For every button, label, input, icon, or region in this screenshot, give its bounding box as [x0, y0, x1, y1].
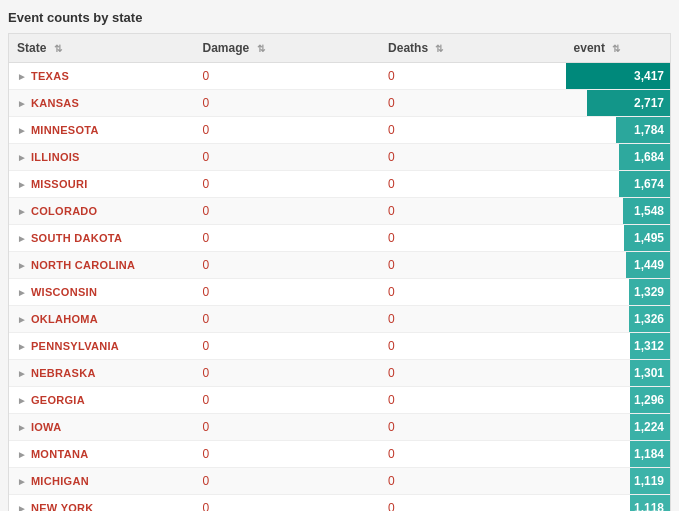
cell-damage: 0: [195, 333, 381, 360]
table-row[interactable]: ►MISSOURI00 1,674: [9, 171, 670, 198]
table-body: ►TEXAS00 3,417 ►KANSAS00 2,717 ►MINNESOT…: [9, 63, 670, 512]
event-value: 1,784: [634, 123, 664, 137]
expand-icon[interactable]: ►: [17, 341, 27, 352]
table-row[interactable]: ►PENNSYLVANIA00 1,312: [9, 333, 670, 360]
event-bar-container: 1,118: [566, 495, 670, 511]
event-bar: 1,684: [619, 144, 670, 170]
event-bar-container: 1,329: [566, 279, 670, 305]
cell-damage: 0: [195, 495, 381, 512]
state-name: MISSOURI: [31, 178, 88, 190]
table-header-row: State ⇅ Damage ⇅ Deaths ⇅ event ⇅: [9, 34, 670, 63]
col-header-damage[interactable]: Damage ⇅: [195, 34, 381, 63]
table-row[interactable]: ►SOUTH DAKOTA00 1,495: [9, 225, 670, 252]
table-row[interactable]: ►NORTH CAROLINA00 1,449: [9, 252, 670, 279]
state-name: ILLINOIS: [31, 151, 80, 163]
event-bar-container: 2,717: [566, 90, 670, 116]
event-value: 3,417: [634, 69, 664, 83]
cell-state: ►MISSOURI: [9, 171, 195, 198]
cell-deaths: 0: [380, 468, 566, 495]
event-bar-container: 1,184: [566, 441, 670, 467]
table-row[interactable]: ►GEORGIA00 1,296: [9, 387, 670, 414]
cell-state: ►PENNSYLVANIA: [9, 333, 195, 360]
expand-icon[interactable]: ►: [17, 314, 27, 325]
cell-damage: 0: [195, 90, 381, 117]
state-name: WISCONSIN: [31, 286, 97, 298]
expand-icon[interactable]: ►: [17, 71, 27, 82]
cell-event: 1,224: [566, 414, 670, 441]
state-name: MICHIGAN: [31, 475, 89, 487]
cell-state: ►SOUTH DAKOTA: [9, 225, 195, 252]
cell-damage: 0: [195, 225, 381, 252]
table-row[interactable]: ►COLORADO00 1,548: [9, 198, 670, 225]
table-row[interactable]: ►MICHIGAN00 1,119: [9, 468, 670, 495]
col-header-deaths[interactable]: Deaths ⇅: [380, 34, 566, 63]
event-bar: 1,184: [630, 441, 670, 467]
event-bar-container: 1,784: [566, 117, 670, 143]
state-name: MONTANA: [31, 448, 89, 460]
expand-icon[interactable]: ►: [17, 503, 27, 511]
expand-icon[interactable]: ►: [17, 152, 27, 163]
event-bar: 1,326: [629, 306, 670, 332]
cell-state: ►TEXAS: [9, 63, 195, 90]
expand-icon[interactable]: ►: [17, 449, 27, 460]
state-name: IOWA: [31, 421, 62, 433]
table-row[interactable]: ►OKLAHOMA00 1,326: [9, 306, 670, 333]
table-row[interactable]: ►ILLINOIS00 1,684: [9, 144, 670, 171]
event-bar-container: 1,449: [566, 252, 670, 278]
event-bar: 1,674: [619, 171, 670, 197]
cell-deaths: 0: [380, 90, 566, 117]
table-row[interactable]: ►IOWA00 1,224: [9, 414, 670, 441]
col-header-event[interactable]: event ⇅: [566, 34, 670, 63]
event-bar-container: 1,684: [566, 144, 670, 170]
cell-event: 1,312: [566, 333, 670, 360]
event-bar: 1,784: [616, 117, 671, 143]
event-bar-container: 1,296: [566, 387, 670, 413]
expand-icon[interactable]: ►: [17, 422, 27, 433]
expand-icon[interactable]: ►: [17, 287, 27, 298]
expand-icon[interactable]: ►: [17, 179, 27, 190]
table-row[interactable]: ►MONTANA00 1,184: [9, 441, 670, 468]
event-bar: 1,296: [630, 387, 670, 413]
table-row[interactable]: ►WISCONSIN00 1,329: [9, 279, 670, 306]
event-bar: 1,329: [629, 279, 670, 305]
cell-state: ►KANSAS: [9, 90, 195, 117]
event-value: 1,224: [634, 420, 664, 434]
cell-state: ►MICHIGAN: [9, 468, 195, 495]
expand-icon[interactable]: ►: [17, 98, 27, 109]
table-row[interactable]: ►TEXAS00 3,417: [9, 63, 670, 90]
event-bar-container: 1,119: [566, 468, 670, 494]
expand-icon[interactable]: ►: [17, 260, 27, 271]
sort-icon-event: ⇅: [612, 43, 620, 54]
cell-damage: 0: [195, 198, 381, 225]
table-row[interactable]: ►MINNESOTA00 1,784: [9, 117, 670, 144]
expand-icon[interactable]: ►: [17, 476, 27, 487]
cell-state: ►ILLINOIS: [9, 144, 195, 171]
expand-icon[interactable]: ►: [17, 395, 27, 406]
table-row[interactable]: ►KANSAS00 2,717: [9, 90, 670, 117]
sort-icon-damage: ⇅: [257, 43, 265, 54]
cell-deaths: 0: [380, 279, 566, 306]
table-row[interactable]: ►NEBRASKA00 1,301: [9, 360, 670, 387]
cell-deaths: 0: [380, 495, 566, 512]
expand-icon[interactable]: ►: [17, 368, 27, 379]
event-value: 1,184: [634, 447, 664, 461]
state-name: NORTH CAROLINA: [31, 259, 135, 271]
event-value: 1,449: [634, 258, 664, 272]
expand-icon[interactable]: ►: [17, 206, 27, 217]
expand-icon[interactable]: ►: [17, 233, 27, 244]
state-name: MINNESOTA: [31, 124, 99, 136]
cell-state: ►OKLAHOMA: [9, 306, 195, 333]
event-bar-container: 1,495: [566, 225, 670, 251]
event-value: 1,495: [634, 231, 664, 245]
cell-damage: 0: [195, 441, 381, 468]
widget-title: Event counts by state: [8, 8, 671, 27]
cell-event: 2,717: [566, 90, 670, 117]
table-row[interactable]: ►NEW YORK00 1,118: [9, 495, 670, 512]
cell-event: 1,326: [566, 306, 670, 333]
col-header-state[interactable]: State ⇅: [9, 34, 195, 63]
cell-event: 1,301: [566, 360, 670, 387]
expand-icon[interactable]: ►: [17, 125, 27, 136]
event-value: 1,329: [634, 285, 664, 299]
event-bar-container: 3,417: [566, 63, 670, 89]
event-bar: 3,417: [566, 63, 670, 89]
